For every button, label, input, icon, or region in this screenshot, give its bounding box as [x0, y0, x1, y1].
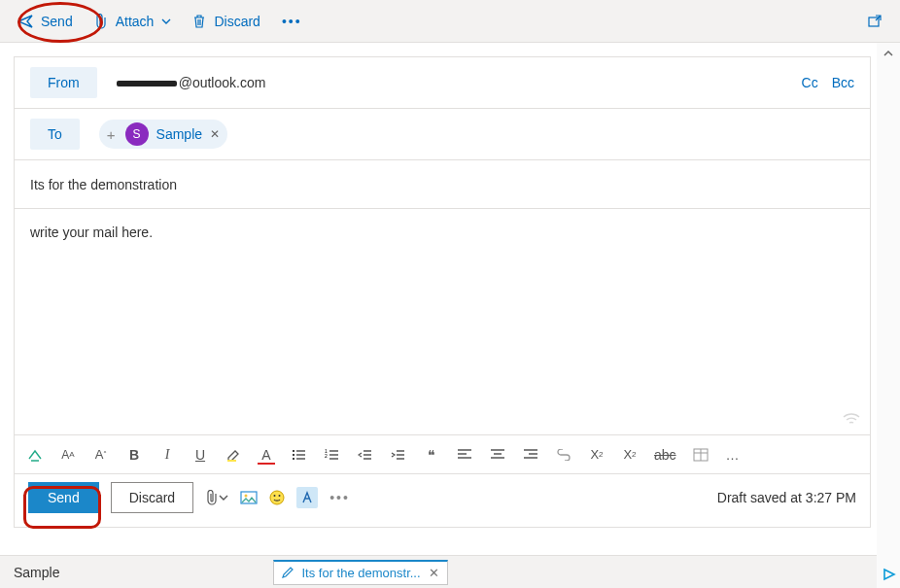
picture-icon [240, 491, 258, 504]
align-left-button[interactable] [456, 449, 473, 461]
draft-tab[interactable]: Its for the demonstr... ✕ [273, 560, 447, 585]
scroll-up-icon[interactable] [883, 47, 894, 58]
bcc-button[interactable]: Bcc [832, 75, 854, 90]
subject-row [15, 160, 870, 209]
paperclip-icon [205, 490, 219, 505]
svg-point-4 [293, 458, 294, 460]
svg-point-10 [270, 491, 284, 504]
svg-rect-1 [227, 460, 236, 462]
remove-recipient-icon[interactable]: ✕ [210, 127, 220, 141]
recipient-chip[interactable]: + S Sample ✕ [99, 120, 227, 149]
align-center-button[interactable] [489, 449, 506, 461]
svg-point-3 [293, 454, 294, 456]
align-right-button[interactable] [522, 449, 539, 461]
to-button[interactable]: To [30, 119, 80, 150]
body-editor[interactable]: write your mail here. [30, 225, 854, 419]
cc-button[interactable]: Cc [802, 75, 818, 90]
emoji-button[interactable] [269, 490, 285, 505]
to-row: To + S Sample ✕ [15, 109, 870, 160]
action-bar: Send Discard ••• Draft saved at 3:27 PM [15, 474, 870, 527]
trash-icon [192, 14, 206, 29]
send-label: Send [41, 14, 73, 29]
insert-table-button[interactable] [692, 448, 710, 462]
bold-button[interactable]: B [125, 447, 143, 463]
avatar: S [125, 122, 149, 146]
send-button[interactable]: Send [28, 482, 99, 513]
font-size-up-icon[interactable]: A˄ [92, 447, 110, 462]
smiley-icon [269, 490, 285, 505]
popout-command[interactable] [867, 14, 883, 29]
network-faint-icon [843, 412, 860, 429]
from-button[interactable]: From [30, 67, 97, 98]
attach-label: Attach [116, 14, 155, 29]
scrollbar-gutter [877, 43, 900, 588]
svg-point-9 [245, 495, 248, 498]
italic-button[interactable]: I [158, 447, 176, 463]
draft-tab-title: Its for the demonstr... [301, 566, 420, 580]
subscript-button[interactable]: X2 [621, 447, 639, 462]
from-domain: @outlook.com [179, 75, 266, 90]
discard-command[interactable]: Discard [192, 14, 260, 29]
bottom-bar: Sample Its for the demonstr... ✕ [0, 555, 877, 588]
svg-point-12 [279, 495, 281, 497]
number-list-button[interactable]: 12 [324, 448, 341, 462]
insert-picture-button[interactable] [240, 491, 258, 504]
format-more-button[interactable]: … [725, 447, 743, 463]
clear-format-icon[interactable] [26, 447, 44, 463]
highlight-button[interactable] [225, 447, 242, 463]
reading-pane-name: Sample [14, 565, 59, 580]
attach-command[interactable]: Attach [94, 14, 172, 29]
cc-bcc-group: Cc Bcc [802, 75, 854, 90]
chevron-down-icon [161, 17, 171, 26]
chevron-down-icon [219, 493, 228, 502]
ad-arrow-icon[interactable] [883, 568, 896, 584]
send-command[interactable]: Send [17, 14, 73, 29]
bullet-list-button[interactable] [291, 448, 308, 462]
body-area: write your mail here. [15, 209, 870, 435]
format-toolbar: AA A˄ B I U A 12 ❝ X2 X2 abc … [15, 435, 870, 474]
compose-panel: From @outlook.com Cc Bcc To + S Sample ✕… [14, 56, 871, 528]
svg-text:2: 2 [325, 453, 328, 459]
quote-button[interactable]: ❝ [423, 447, 440, 463]
command-bar: Send Attach Discard ••• [0, 0, 900, 43]
draft-saved-status: Draft saved at 3:27 PM [717, 490, 856, 505]
link-button[interactable] [555, 449, 572, 461]
attach-mini-button[interactable] [205, 490, 228, 505]
add-contact-icon[interactable]: + [107, 126, 116, 143]
paperclip-icon [94, 14, 108, 29]
font-color-button[interactable]: A [258, 447, 275, 463]
indent-button[interactable] [390, 448, 407, 462]
svg-point-11 [274, 495, 276, 497]
from-address: @outlook.com [117, 75, 266, 90]
strikethrough-button[interactable]: abc [654, 447, 676, 463]
outdent-button[interactable] [357, 448, 374, 462]
discard-button[interactable]: Discard [111, 482, 193, 513]
subject-input[interactable] [30, 173, 854, 196]
underline-button[interactable]: U [191, 447, 209, 463]
send-icon [17, 14, 33, 29]
discard-label: Discard [214, 14, 260, 29]
from-row: From @outlook.com Cc Bcc [15, 57, 870, 109]
popout-icon [867, 14, 883, 29]
toggle-format-bar-button[interactable] [296, 487, 318, 508]
pencil-icon [282, 567, 294, 578]
more-command[interactable]: ••• [282, 14, 302, 29]
recipient-name: Sample [156, 126, 202, 142]
font-style-icon [300, 491, 314, 504]
redacted-name [117, 81, 177, 86]
action-more-button[interactable]: ••• [329, 490, 350, 505]
superscript-button[interactable]: X2 [588, 447, 606, 462]
font-size-down-icon[interactable]: AA [59, 448, 77, 462]
close-draft-tab-icon[interactable]: ✕ [429, 566, 439, 580]
svg-point-2 [293, 450, 294, 452]
